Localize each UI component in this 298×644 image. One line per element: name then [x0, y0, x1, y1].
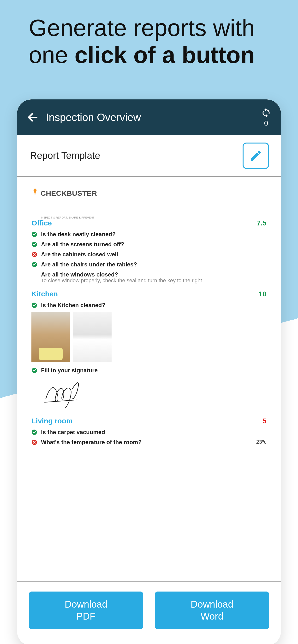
inspection-photo[interactable]	[32, 312, 70, 362]
item-value: 23ºc	[256, 439, 266, 445]
download-row: Download PDF Download Word	[17, 582, 281, 644]
check-item: Are the cabinets closed well	[32, 251, 266, 258]
section-score: 7.5	[256, 219, 266, 227]
refresh-count: 0	[264, 119, 268, 127]
check-ok-icon	[32, 429, 37, 435]
template-row	[17, 135, 281, 174]
headline-line2: one	[29, 42, 75, 68]
report-body: CHECKBUSTER INSPECT & REPORT, SHARE & PR…	[17, 176, 281, 582]
headline-line1: Generate reports with	[29, 14, 255, 41]
edit-template-button[interactable]	[243, 142, 269, 169]
button-label-line2: Word	[201, 611, 223, 622]
button-label-line2: PDF	[77, 611, 96, 622]
headline-bold: click of a button	[75, 42, 255, 68]
item-text: Fill in your signature	[41, 367, 266, 374]
refresh-icon[interactable]	[261, 108, 271, 118]
download-word-button[interactable]: Download Word	[155, 592, 269, 629]
signature-image	[41, 377, 89, 411]
item-hint: To close window properly, check the seal…	[41, 278, 266, 284]
section-living-room: Living room 5 Is the carpet vacuumed Wha…	[32, 417, 266, 446]
brand-mark-icon	[32, 188, 39, 198]
item-text: Is the desk neatly cleaned?	[41, 231, 266, 238]
check-fail-icon	[32, 252, 37, 257]
check-ok-icon	[32, 242, 37, 247]
check-ok-icon	[32, 302, 37, 308]
check-ok-icon	[32, 232, 37, 237]
download-pdf-button[interactable]: Download PDF	[29, 592, 143, 629]
check-item: Is the desk neatly cleaned?	[32, 231, 266, 238]
check-item: What's the temperature of the room? 23ºc	[32, 439, 266, 446]
item-text: Are the cabinets closed well	[41, 251, 266, 258]
check-item: Are all the chairs under the tables?	[32, 261, 266, 268]
inspection-photo[interactable]	[73, 312, 112, 362]
section-title: Kitchen	[32, 290, 58, 298]
section-score: 5	[262, 417, 266, 425]
check-item: Fill in your signature	[32, 367, 266, 374]
check-ok-icon	[32, 368, 37, 373]
check-item: Is the Kitchen cleaned?	[32, 302, 266, 308]
phone-frame: Inspection Overview 0 CHECKBUSTER INSPEC…	[17, 100, 281, 644]
item-text: Are all the screens turned off?	[41, 241, 266, 248]
section-title: Office	[32, 219, 52, 227]
brand-block: CHECKBUSTER INSPECT & REPORT, SHARE & PR…	[32, 188, 266, 219]
pencil-icon	[249, 149, 262, 162]
item-text: What's the temperature of the room?	[41, 439, 252, 446]
section-office: Office 7.5 Is the desk neatly cleaned? A…	[32, 219, 266, 284]
item-text: Are all the windows closed?	[41, 271, 266, 278]
button-label-line1: Download	[65, 599, 107, 610]
item-text: Are all the chairs under the tables?	[41, 261, 266, 268]
check-item: Is the carpet vacuumed	[32, 429, 266, 436]
button-label-line1: Download	[191, 599, 233, 610]
app-bar: Inspection Overview 0	[17, 100, 281, 135]
app-title: Inspection Overview	[46, 112, 141, 124]
brand-name: CHECKBUSTER	[41, 189, 97, 198]
check-ok-icon	[32, 262, 37, 268]
back-icon[interactable]	[27, 112, 39, 124]
section-kitchen: Kitchen 10 Is the Kitchen cleaned? Fill …	[32, 290, 266, 411]
brand-tagline: INSPECT & REPORT, SHARE & PREVENT	[41, 216, 266, 219]
item-text: Is the carpet vacuumed	[41, 429, 266, 436]
check-fail-icon	[32, 440, 37, 445]
check-item: Are all the screens turned off?	[32, 241, 266, 248]
refresh-area: 0	[261, 108, 271, 127]
section-title: Living room	[32, 417, 73, 425]
section-score: 10	[259, 290, 266, 298]
promo-headline: Generate reports with one click of a but…	[0, 0, 298, 68]
report-template-input[interactable]	[29, 146, 233, 165]
photo-row	[32, 312, 266, 362]
item-text: Is the Kitchen cleaned?	[41, 302, 266, 308]
